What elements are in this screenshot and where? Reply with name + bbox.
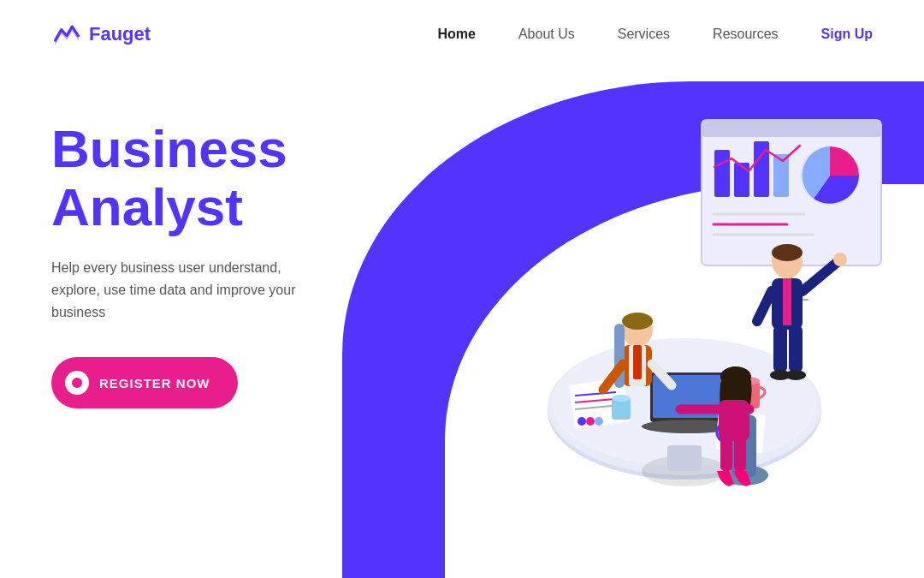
svg-rect-55 [720, 437, 732, 471]
cta-dot-icon [65, 371, 89, 395]
svg-rect-2 [714, 150, 730, 197]
svg-rect-35 [789, 325, 803, 372]
main-nav: Home About Us Services Resources Sign Up [437, 27, 873, 42]
svg-line-39 [757, 291, 772, 321]
nav-about[interactable]: About Us [518, 27, 575, 42]
svg-point-26 [595, 417, 603, 426]
nav-services[interactable]: Services [618, 27, 670, 42]
svg-rect-3 [734, 163, 749, 197]
hero-section: Business Analyst Help every business use… [0, 69, 924, 578]
hero-subtitle: Help every business user understand, exp… [51, 257, 325, 323]
hero-content: Business Analyst Help every business use… [51, 103, 411, 408]
logo-icon [51, 19, 82, 50]
svg-point-53 [720, 366, 751, 387]
header: Fauget Home About Us Services Resources … [0, 0, 924, 69]
business-illustration [419, 94, 898, 557]
svg-point-25 [586, 417, 595, 426]
svg-rect-46 [633, 345, 642, 379]
svg-rect-33 [783, 278, 791, 325]
nav-resources[interactable]: Resources [713, 27, 778, 42]
svg-point-24 [578, 417, 586, 426]
svg-rect-16 [667, 445, 702, 471]
hero-illustration [411, 103, 873, 578]
svg-point-43 [622, 313, 653, 330]
nav-signup[interactable]: Sign Up [821, 27, 873, 42]
brand-name: Fauget [89, 23, 151, 45]
svg-rect-34 [773, 325, 787, 372]
hero-title: Business Analyst [51, 120, 411, 236]
nav-home[interactable]: Home [437, 27, 475, 42]
register-button[interactable]: REGISTER NOW [51, 357, 238, 408]
svg-point-41 [772, 244, 803, 261]
logo[interactable]: Fauget [51, 19, 151, 50]
svg-point-40 [833, 253, 847, 266]
svg-point-37 [785, 370, 806, 380]
svg-rect-1 [702, 120, 881, 137]
svg-point-60 [612, 395, 631, 402]
svg-rect-56 [734, 437, 746, 471]
